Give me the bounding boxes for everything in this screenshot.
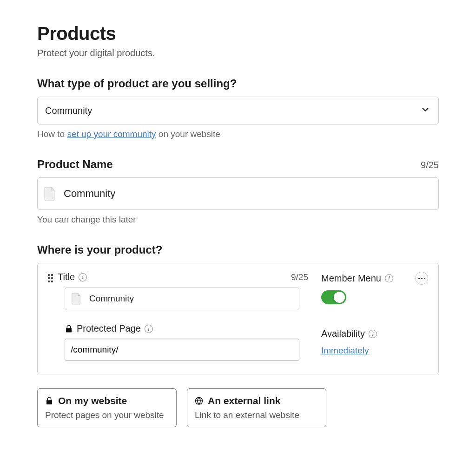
protected-page-text: Protected Page	[77, 323, 141, 334]
option-external-sub: Link to an external website	[195, 410, 318, 420]
helper-suffix: on your website	[156, 129, 220, 139]
document-icon	[44, 187, 56, 201]
member-menu-toggle[interactable]	[321, 290, 346, 304]
availability-text: Availability	[321, 328, 365, 339]
product-name-counter: 9/25	[421, 160, 439, 170]
page-subtitle: Protect your digital products.	[37, 48, 439, 59]
option-external-link[interactable]: An external link Link to an external web…	[187, 388, 326, 427]
member-menu-text: Member Menu	[321, 273, 381, 284]
title-label: Title i	[58, 272, 87, 282]
lock-icon	[65, 325, 73, 333]
product-location-label: Where is your product?	[37, 243, 439, 256]
info-icon[interactable]: i	[385, 274, 393, 282]
title-label-text: Title	[58, 272, 75, 282]
document-icon	[71, 293, 81, 305]
title-counter: 9/25	[291, 272, 308, 282]
info-icon[interactable]: i	[369, 330, 377, 338]
globe-icon	[195, 397, 203, 405]
option-on-my-website[interactable]: On my website Protect pages on your webs…	[37, 388, 177, 427]
setup-community-link[interactable]: set up your community	[67, 129, 156, 139]
more-options-button[interactable]	[415, 272, 428, 285]
member-menu-label: Member Menu i	[321, 273, 393, 284]
info-icon[interactable]: i	[145, 325, 153, 333]
product-name-input[interactable]	[37, 177, 439, 210]
product-type-select[interactable]	[37, 97, 439, 124]
product-name-helper: You can change this later	[37, 215, 439, 225]
product-type-label: What type of product are you selling?	[37, 77, 237, 90]
product-location-card: Title i 9/25 Protected	[37, 263, 439, 374]
info-icon[interactable]: i	[79, 273, 87, 281]
protected-page-input[interactable]	[65, 339, 299, 361]
option-website-sub: Protect pages on your website	[45, 410, 169, 420]
helper-prefix: How to	[37, 129, 67, 139]
lock-icon	[45, 397, 53, 405]
availability-label: Availability i	[321, 328, 428, 339]
availability-value-link[interactable]: Immediately	[321, 346, 369, 355]
page-title: Products	[37, 23, 439, 44]
option-external-title: An external link	[208, 395, 280, 406]
title-input[interactable]	[65, 287, 299, 310]
option-website-title: On my website	[58, 395, 127, 406]
drag-handle-icon[interactable]	[48, 274, 53, 282]
product-name-label: Product Name	[37, 158, 113, 171]
protected-page-label: Protected Page i	[65, 323, 308, 334]
product-type-helper: How to set up your community on your web…	[37, 129, 439, 139]
